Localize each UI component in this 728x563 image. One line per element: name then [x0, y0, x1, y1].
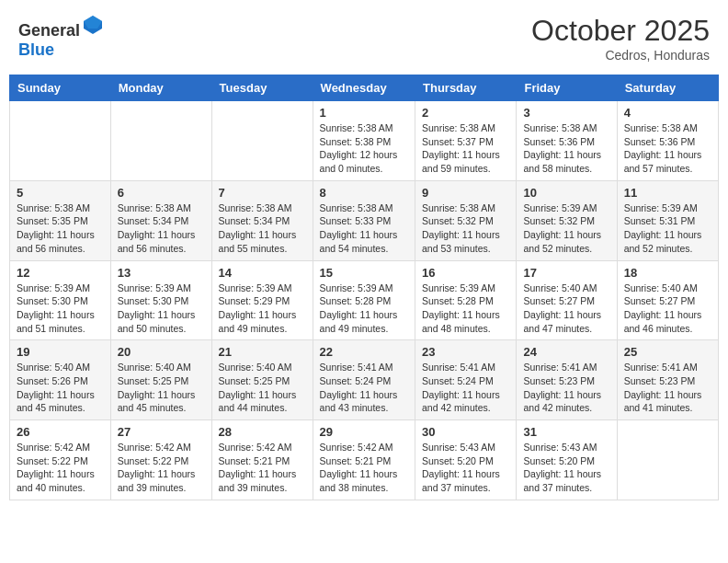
day-number: 27	[118, 425, 205, 439]
day-info: Sunrise: 5:42 AM Sunset: 5:21 PM Dayligh…	[219, 441, 306, 495]
day-info: Sunrise: 5:38 AM Sunset: 5:36 PM Dayligh…	[624, 121, 711, 176]
day-number: 6	[118, 186, 205, 200]
calendar-cell: 29Sunrise: 5:42 AM Sunset: 5:21 PM Dayli…	[313, 420, 415, 500]
day-info: Sunrise: 5:38 AM Sunset: 5:34 PM Dayligh…	[118, 201, 205, 256]
day-info: Sunrise: 5:38 AM Sunset: 5:38 PM Dayligh…	[320, 121, 408, 176]
calendar-cell: 1Sunrise: 5:38 AM Sunset: 5:38 PM Daylig…	[313, 101, 415, 181]
day-number: 31	[523, 425, 609, 439]
weekday-header: Thursday	[415, 75, 517, 101]
calendar-cell: 16Sunrise: 5:39 AM Sunset: 5:28 PM Dayli…	[415, 260, 517, 340]
month-title: October 2025	[531, 14, 710, 48]
page-header: General Blue October 2025 Cedros, Hondur…	[9, 9, 719, 67]
logo-general: General	[18, 21, 80, 40]
day-number: 7	[219, 186, 306, 200]
calendar-cell	[110, 101, 211, 181]
day-info: Sunrise: 5:41 AM Sunset: 5:23 PM Dayligh…	[624, 361, 711, 415]
day-number: 21	[219, 345, 306, 359]
day-number: 30	[422, 425, 509, 439]
calendar-cell	[617, 420, 718, 500]
day-info: Sunrise: 5:38 AM Sunset: 5:32 PM Dayligh…	[422, 201, 509, 256]
day-info: Sunrise: 5:39 AM Sunset: 5:28 PM Dayligh…	[422, 282, 509, 336]
calendar-cell: 7Sunrise: 5:38 AM Sunset: 5:34 PM Daylig…	[211, 180, 313, 260]
logo: General Blue	[18, 14, 104, 60]
day-number: 10	[523, 186, 609, 200]
day-number: 9	[422, 186, 509, 200]
day-info: Sunrise: 5:41 AM Sunset: 5:24 PM Dayligh…	[320, 361, 408, 415]
day-info: Sunrise: 5:39 AM Sunset: 5:30 PM Dayligh…	[17, 282, 104, 336]
day-number: 17	[523, 266, 609, 280]
calendar-cell: 17Sunrise: 5:40 AM Sunset: 5:27 PM Dayli…	[517, 260, 617, 340]
day-number: 18	[624, 266, 711, 280]
day-info: Sunrise: 5:39 AM Sunset: 5:32 PM Dayligh…	[523, 201, 609, 256]
day-number: 26	[17, 425, 104, 439]
calendar-cell: 4Sunrise: 5:38 AM Sunset: 5:36 PM Daylig…	[617, 101, 718, 181]
calendar-cell: 27Sunrise: 5:42 AM Sunset: 5:22 PM Dayli…	[110, 420, 211, 500]
weekday-header: Saturday	[617, 75, 718, 101]
day-number: 5	[17, 186, 104, 200]
calendar-cell: 14Sunrise: 5:39 AM Sunset: 5:29 PM Dayli…	[211, 260, 313, 340]
day-info: Sunrise: 5:40 AM Sunset: 5:27 PM Dayligh…	[523, 282, 609, 336]
calendar-cell	[10, 101, 111, 181]
calendar-cell	[211, 101, 313, 181]
day-info: Sunrise: 5:41 AM Sunset: 5:23 PM Dayligh…	[523, 361, 609, 415]
calendar-cell: 31Sunrise: 5:43 AM Sunset: 5:20 PM Dayli…	[517, 420, 617, 500]
day-info: Sunrise: 5:40 AM Sunset: 5:25 PM Dayligh…	[219, 361, 306, 415]
day-info: Sunrise: 5:39 AM Sunset: 5:30 PM Dayligh…	[118, 282, 205, 336]
day-number: 16	[422, 266, 509, 280]
weekday-header: Monday	[110, 75, 211, 101]
calendar-cell: 11Sunrise: 5:39 AM Sunset: 5:31 PM Dayli…	[617, 180, 718, 260]
day-info: Sunrise: 5:40 AM Sunset: 5:25 PM Dayligh…	[118, 361, 205, 415]
day-info: Sunrise: 5:39 AM Sunset: 5:31 PM Dayligh…	[624, 201, 711, 256]
calendar-cell: 18Sunrise: 5:40 AM Sunset: 5:27 PM Dayli…	[617, 260, 718, 340]
day-number: 2	[422, 106, 509, 120]
day-number: 4	[624, 106, 711, 120]
calendar-header-row: SundayMondayTuesdayWednesdayThursdayFrid…	[10, 75, 719, 101]
day-number: 1	[320, 106, 408, 120]
calendar-cell: 5Sunrise: 5:38 AM Sunset: 5:35 PM Daylig…	[10, 180, 111, 260]
day-info: Sunrise: 5:38 AM Sunset: 5:36 PM Dayligh…	[523, 121, 609, 176]
weekday-header: Tuesday	[211, 75, 313, 101]
weekday-header: Friday	[517, 75, 617, 101]
calendar-cell: 13Sunrise: 5:39 AM Sunset: 5:30 PM Dayli…	[110, 260, 211, 340]
calendar-cell: 25Sunrise: 5:41 AM Sunset: 5:23 PM Dayli…	[617, 340, 718, 420]
logo-blue: Blue	[18, 40, 54, 59]
calendar-cell: 2Sunrise: 5:38 AM Sunset: 5:37 PM Daylig…	[415, 101, 517, 181]
day-info: Sunrise: 5:42 AM Sunset: 5:22 PM Dayligh…	[17, 441, 104, 495]
day-number: 24	[523, 345, 609, 359]
calendar-cell: 24Sunrise: 5:41 AM Sunset: 5:23 PM Dayli…	[517, 340, 617, 420]
day-number: 22	[320, 345, 408, 359]
calendar-cell: 19Sunrise: 5:40 AM Sunset: 5:26 PM Dayli…	[10, 340, 111, 420]
location-title: Cedros, Honduras	[531, 48, 710, 63]
calendar-week-row: 5Sunrise: 5:38 AM Sunset: 5:35 PM Daylig…	[10, 180, 719, 260]
day-number: 12	[17, 266, 104, 280]
calendar-cell: 12Sunrise: 5:39 AM Sunset: 5:30 PM Dayli…	[10, 260, 111, 340]
day-number: 25	[624, 345, 711, 359]
calendar-cell: 28Sunrise: 5:42 AM Sunset: 5:21 PM Dayli…	[211, 420, 313, 500]
weekday-header: Sunday	[10, 75, 111, 101]
day-info: Sunrise: 5:43 AM Sunset: 5:20 PM Dayligh…	[422, 441, 509, 495]
day-info: Sunrise: 5:40 AM Sunset: 5:27 PM Dayligh…	[624, 282, 711, 336]
calendar-week-row: 12Sunrise: 5:39 AM Sunset: 5:30 PM Dayli…	[10, 260, 719, 340]
logo-icon	[82, 14, 104, 36]
day-number: 19	[17, 345, 104, 359]
day-number: 28	[219, 425, 306, 439]
day-info: Sunrise: 5:38 AM Sunset: 5:34 PM Dayligh…	[219, 201, 306, 256]
calendar-cell: 20Sunrise: 5:40 AM Sunset: 5:25 PM Dayli…	[110, 340, 211, 420]
day-info: Sunrise: 5:40 AM Sunset: 5:26 PM Dayligh…	[17, 361, 104, 415]
day-info: Sunrise: 5:38 AM Sunset: 5:33 PM Dayligh…	[320, 201, 408, 256]
day-number: 13	[118, 266, 205, 280]
day-info: Sunrise: 5:42 AM Sunset: 5:21 PM Dayligh…	[320, 441, 408, 495]
day-info: Sunrise: 5:43 AM Sunset: 5:20 PM Dayligh…	[523, 441, 609, 495]
day-number: 23	[422, 345, 509, 359]
day-number: 15	[320, 266, 408, 280]
calendar-cell: 3Sunrise: 5:38 AM Sunset: 5:36 PM Daylig…	[517, 101, 617, 181]
calendar-cell: 10Sunrise: 5:39 AM Sunset: 5:32 PM Dayli…	[517, 180, 617, 260]
calendar-cell: 8Sunrise: 5:38 AM Sunset: 5:33 PM Daylig…	[313, 180, 415, 260]
day-number: 20	[118, 345, 205, 359]
calendar-week-row: 26Sunrise: 5:42 AM Sunset: 5:22 PM Dayli…	[10, 420, 719, 500]
calendar-cell: 6Sunrise: 5:38 AM Sunset: 5:34 PM Daylig…	[110, 180, 211, 260]
day-info: Sunrise: 5:38 AM Sunset: 5:35 PM Dayligh…	[17, 201, 104, 256]
day-number: 14	[219, 266, 306, 280]
day-info: Sunrise: 5:41 AM Sunset: 5:24 PM Dayligh…	[422, 361, 509, 415]
day-number: 8	[320, 186, 408, 200]
